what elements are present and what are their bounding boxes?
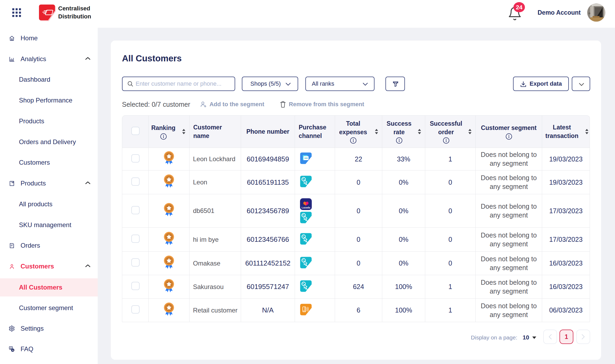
svg-text:Q: Q [10,347,12,349]
svg-text:24: 24 [516,4,523,11]
svg-text:A: A [12,349,14,351]
